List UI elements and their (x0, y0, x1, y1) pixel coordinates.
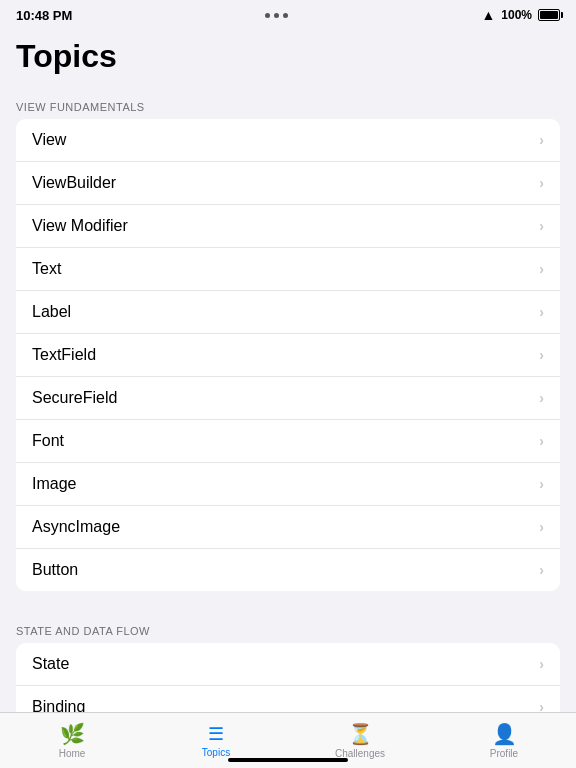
list-item-state[interactable]: State› (16, 643, 560, 686)
list-item-label[interactable]: Label› (16, 291, 560, 334)
list-item-binding[interactable]: Binding› (16, 686, 560, 712)
chevron-right-icon: › (539, 433, 544, 449)
chevron-right-icon: › (539, 390, 544, 406)
chevron-right-icon: › (539, 476, 544, 492)
list-item-label: Label (32, 303, 71, 321)
section-header-view-fundamentals: VIEW FUNDAMENTALS (0, 87, 576, 119)
list-item-label: SecureField (32, 389, 117, 407)
chevron-right-icon: › (539, 132, 544, 148)
tab-topics-label: Topics (202, 747, 230, 758)
profile-icon: 👤 (492, 722, 517, 746)
dot1 (265, 13, 270, 18)
chevron-right-icon: › (539, 519, 544, 535)
home-indicator (228, 758, 348, 762)
list-item-label: Binding (32, 698, 85, 712)
tab-home[interactable]: 🌿 Home (0, 722, 144, 759)
chevron-right-icon: › (539, 175, 544, 191)
list-item-label: Image (32, 475, 76, 493)
list-item-image[interactable]: Image› (16, 463, 560, 506)
list-item-view[interactable]: View› (16, 119, 560, 162)
tab-home-label: Home (59, 748, 86, 759)
topics-icon: ☰ (208, 723, 224, 745)
home-icon: 🌿 (60, 722, 85, 746)
list-item-label: Text (32, 260, 61, 278)
tab-profile-label: Profile (490, 748, 518, 759)
list-item-label: View (32, 131, 66, 149)
chevron-right-icon: › (539, 218, 544, 234)
status-bar: 10:48 PM ▲ 100% (0, 0, 576, 30)
tab-profile[interactable]: 👤 Profile (432, 722, 576, 759)
challenges-icon: ⏳ (348, 722, 373, 746)
list-item-label: ViewBuilder (32, 174, 116, 192)
list-item-label: AsyncImage (32, 518, 120, 536)
wifi-icon: ▲ (481, 7, 495, 23)
chevron-right-icon: › (539, 562, 544, 578)
status-right: ▲ 100% (481, 7, 560, 23)
section-header-state-data-flow: STATE AND DATA FLOW (0, 611, 576, 643)
tab-topics[interactable]: ☰ Topics (144, 723, 288, 758)
list-item-viewbuilder[interactable]: ViewBuilder› (16, 162, 560, 205)
battery-icon (538, 9, 560, 21)
status-time: 10:48 PM (16, 8, 72, 23)
dot2 (274, 13, 279, 18)
list-item-asyncimage[interactable]: AsyncImage› (16, 506, 560, 549)
list-group-view-fundamentals: View›ViewBuilder›View Modifier›Text›Labe… (16, 119, 560, 591)
page-title: Topics (0, 30, 576, 87)
main-content: Topics VIEW FUNDAMENTALSView›ViewBuilder… (0, 30, 576, 712)
list-item-text[interactable]: Text› (16, 248, 560, 291)
chevron-right-icon: › (539, 347, 544, 363)
dot3 (283, 13, 288, 18)
tab-challenges[interactable]: ⏳ Challenges (288, 722, 432, 759)
list-item-label: View Modifier (32, 217, 128, 235)
list-item-label: TextField (32, 346, 96, 364)
list-item-textfield[interactable]: TextField› (16, 334, 560, 377)
sections-container: VIEW FUNDAMENTALSView›ViewBuilder›View M… (0, 87, 576, 712)
list-item-view-modifier[interactable]: View Modifier› (16, 205, 560, 248)
list-group-state-data-flow: State›Binding›AppStorage› (16, 643, 560, 712)
status-center (265, 13, 288, 18)
list-item-label: Button (32, 561, 78, 579)
chevron-right-icon: › (539, 304, 544, 320)
list-item-label: Font (32, 432, 64, 450)
chevron-right-icon: › (539, 656, 544, 672)
chevron-right-icon: › (539, 699, 544, 712)
list-item-button[interactable]: Button› (16, 549, 560, 591)
list-item-font[interactable]: Font› (16, 420, 560, 463)
battery-percent: 100% (501, 8, 532, 22)
chevron-right-icon: › (539, 261, 544, 277)
list-item-securefield[interactable]: SecureField› (16, 377, 560, 420)
list-item-label: State (32, 655, 69, 673)
